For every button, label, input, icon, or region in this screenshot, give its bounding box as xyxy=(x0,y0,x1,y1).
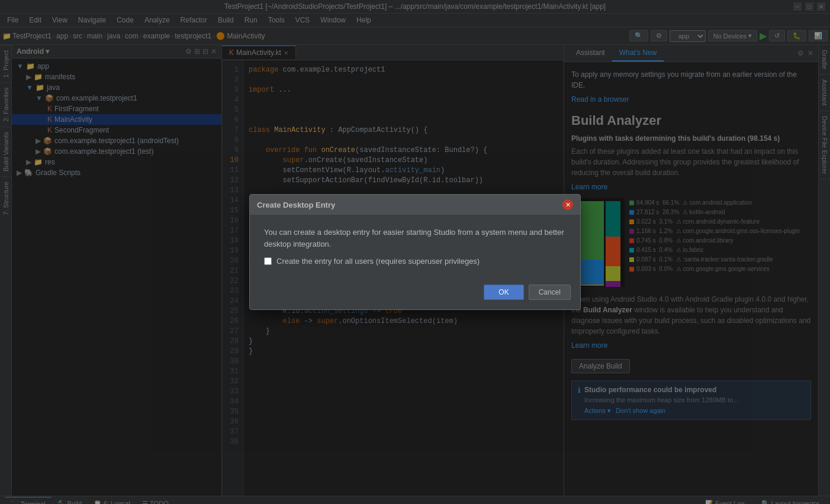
checkbox-label[interactable]: Create the entry for all users (requires… xyxy=(276,257,480,266)
dialog-body-text: You can create a desktop entry for easie… xyxy=(264,227,566,250)
dialog-overlay: Create Desktop Entry ✕ You can create a … xyxy=(0,0,830,504)
ok-button[interactable]: OK xyxy=(484,285,523,300)
dialog-title: Create Desktop Entry xyxy=(257,201,335,209)
dialog-close-btn[interactable]: ✕ xyxy=(562,199,573,210)
dialog-footer: OK Cancel xyxy=(250,280,580,309)
dialog-body: You can create a desktop entry for easie… xyxy=(250,215,580,280)
create-desktop-entry-dialog: Create Desktop Entry ✕ You can create a … xyxy=(249,194,581,310)
cancel-button[interactable]: Cancel xyxy=(529,285,571,300)
dialog-title-bar: Create Desktop Entry ✕ xyxy=(250,195,580,215)
superuser-checkbox[interactable] xyxy=(264,257,272,265)
checkbox-row: Create the entry for all users (requires… xyxy=(264,257,566,266)
